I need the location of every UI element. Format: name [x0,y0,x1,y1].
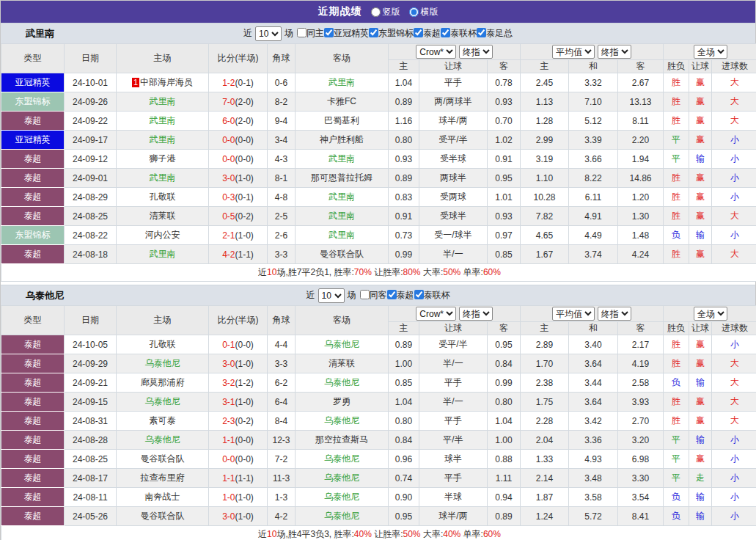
col-goals-result: 进球数 [712,60,756,73]
league-checkbox[interactable] [387,290,397,299]
summary-segment: 单率: [460,529,483,539]
odds-home: 0.83 [389,188,419,207]
odds-home: 0.96 [389,450,419,469]
avg-home: 4.65 [521,226,569,245]
result-wdl: 胜 [664,393,689,412]
odds-time-select[interactable]: 终指 [459,307,493,321]
team-section-buriram: 武里南 近10场同主亚冠精英东盟锦标泰超泰联杯泰足总 类型 日期 主场 比分(半… [1,23,755,282]
league-filter[interactable]: 泰联杯 [441,27,477,40]
match-date: 24-09-12 [65,150,117,169]
summary-segment: 50% [443,267,460,277]
avg-time-select[interactable]: 终指 [598,307,631,321]
type-badge: 泰超 [1,207,65,226]
half-time-score: (0-2) [235,416,254,426]
result-handicap: 输 [689,226,712,245]
score: 3-0(1-0) [209,507,268,526]
same-venue-checkbox[interactable] [297,28,307,37]
league-filter[interactable]: 泰超 [387,289,414,302]
avg-away: 6.98 [618,450,664,469]
league-filter[interactable]: 东盟锦标 [369,27,414,40]
col-date: 日期 [65,306,117,335]
odds-company-select[interactable]: Crow* [416,307,456,321]
league-checkbox[interactable] [477,28,486,37]
league-filter[interactable]: 亚冠精英 [324,27,369,40]
games-label: 场 [285,27,293,40]
odds-company-select[interactable]: Crow* [416,45,456,59]
avg-time-select[interactable]: 终指 [598,45,631,59]
recent-count-select[interactable]: 10 [255,26,282,41]
league-filter[interactable]: 泰联杯 [414,289,450,302]
corners: 6-2 [268,373,296,393]
odds-handicap: 两球半 [419,169,488,188]
avg-home: 10.28 [521,188,569,207]
full-time-score: 1-2 [222,78,235,88]
col-score: 比分(半场) [209,306,268,335]
away-team: 曼谷联合队 [296,245,389,264]
vertical-radio[interactable] [371,7,381,17]
league-filter[interactable]: 泰超 [414,27,441,40]
odds-handicap: 半/一 [419,354,488,373]
result-wdl: 胜 [664,245,689,264]
league-checkbox[interactable] [369,28,378,37]
odds-time-select[interactable]: 终指 [459,45,493,59]
avg-draw: 3.40 [569,335,618,354]
away-team-name: 武里南 [329,77,355,87]
league-checkbox[interactable] [414,28,423,37]
same-venue-checkbox[interactable] [360,290,370,299]
layout-option-horizontal[interactable]: 横版 [409,6,438,18]
league-checkbox[interactable] [324,28,334,37]
corners: 12-3 [268,431,296,450]
away-team: 罗勇 [296,393,389,412]
col-odds-away: 客 [488,322,521,335]
odds-away: 0.97 [488,226,521,245]
league-filter[interactable]: 泰足总 [477,27,513,40]
home-team: 武里南 [117,112,209,131]
avg-source-header: 平均值 终指 [521,306,664,322]
summary-segment: 场,胜7平2负1, 胜率: [276,267,353,277]
corners: 7-2 [268,450,296,469]
score: 0-0(0-0) [209,131,268,150]
same-venue-filter[interactable]: 同客 [356,289,387,302]
avg-select[interactable]: 平均值 [552,45,595,59]
summary-segment: 40% [354,529,372,539]
away-team: 那空拉查斯马 [296,431,389,450]
full-time-score: 0-0 [222,135,235,145]
odds-handicap: 半球 [419,488,488,507]
avg-source-header: 平均值 终指 [521,44,664,60]
corners: 8-2 [268,92,296,112]
half-time-score: (0-0) [235,435,254,445]
filter-bar: 近10场同主亚冠精英东盟锦标泰超泰联杯泰足总 [243,26,513,41]
summary-segment: 大率: [421,529,444,539]
page-title: 近期战绩 [318,5,362,18]
result-goals: 大 [712,92,756,112]
avg-draw: 5.72 [569,507,618,526]
type-badge: 泰超 [1,188,65,207]
type-badge: 泰超 [1,245,65,264]
result-wdl: 胜 [664,112,689,131]
col-wdl: 胜负 [664,322,689,335]
horizontal-radio[interactable] [409,7,419,17]
match-row: 泰超24-09-15乌泰他尼3-1(1-0)6-4罗勇1.04半/一0.801.… [1,393,756,412]
recent-count-select[interactable]: 10 [318,288,345,303]
summary-segment: 近 [258,529,267,539]
match-date: 24-08-11 [65,488,117,507]
league-checkbox[interactable] [441,28,450,37]
avg-home: 2.14 [521,469,569,488]
match-row: 泰超24-08-11南奔战士1-0(1-0)1-3乌泰他尼0.90半球0.941… [1,488,756,507]
col-handicap-result: 让球 [689,322,712,335]
odds-home: 0.90 [389,488,419,507]
avg-select[interactable]: 平均值 [552,307,595,321]
same-venue-filter[interactable]: 同主 [293,27,324,40]
layout-option-vertical[interactable]: 竖版 [371,6,400,18]
recent-label: 近 [243,27,252,40]
avg-draw: 8.22 [569,169,618,188]
score: 6-0(2-0) [209,112,268,131]
score: 1-0(1-0) [209,488,268,507]
full-match-select[interactable]: 全场 [694,307,727,321]
home-team: 武里南 [117,92,209,112]
avg-draw: 3.44 [569,373,618,393]
league-checkbox[interactable] [414,290,424,299]
result-goals: 小 [712,188,756,207]
full-match-select[interactable]: 全场 [694,45,727,59]
home-team: 狮子港 [117,150,209,169]
